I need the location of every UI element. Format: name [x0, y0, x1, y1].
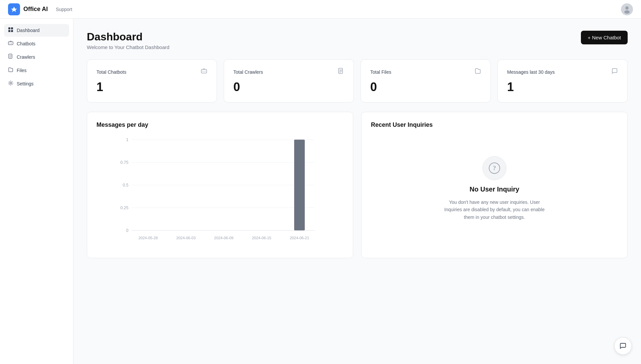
svg-text:?: ? — [493, 165, 496, 171]
svg-rect-6 — [8, 42, 13, 45]
logo-icon — [8, 3, 20, 15]
sidebar-item-settings-label: Settings — [17, 81, 34, 86]
stat-value-files: 0 — [370, 80, 481, 94]
sidebar-item-chatbots-label: Chatbots — [17, 41, 35, 46]
files-icon — [8, 67, 13, 74]
chart-panel: Messages per day 1 0.75 0.5 0.25 0 — [87, 112, 353, 258]
stat-card-chatbots-header: Total Chatbots — [96, 68, 207, 76]
svg-point-8 — [11, 43, 12, 44]
svg-text:0.5: 0.5 — [123, 183, 128, 188]
svg-text:2024-06-15: 2024-06-15 — [252, 236, 271, 240]
stat-label-messages: Messages last 30 days — [507, 69, 555, 75]
chatbots-icon — [8, 40, 13, 47]
sidebar-item-chatbots[interactable]: Chatbots — [4, 37, 69, 50]
svg-point-10 — [10, 82, 12, 84]
sidebar-item-crawlers[interactable]: Crawlers — [4, 51, 69, 63]
app-name: Office AI — [23, 6, 48, 13]
stat-card-messages-header: Messages last 30 days — [507, 68, 618, 76]
sidebar-item-dashboard-label: Dashboard — [17, 28, 40, 33]
svg-point-7 — [10, 43, 10, 44]
page-title-group: Dashboard Welcome to Your Chatbot Dashbo… — [87, 31, 169, 50]
svg-text:2024-06-09: 2024-06-09 — [214, 236, 233, 240]
svg-point-12 — [203, 71, 203, 71]
stat-label-chatbots: Total Chatbots — [96, 69, 127, 75]
svg-text:1: 1 — [126, 137, 129, 142]
stat-value-messages: 1 — [507, 80, 618, 94]
inquiry-empty-state: ? No User Inquiry You don't have any new… — [371, 135, 618, 242]
sidebar: Dashboard Chatbots Crawlers Files Settin… — [0, 19, 73, 364]
chart-title: Messages per day — [96, 121, 344, 128]
stat-icon-messages — [611, 68, 618, 76]
topnav: Office AI Support — [0, 0, 641, 19]
stat-card-chatbots: Total Chatbots 1 — [87, 59, 217, 102]
svg-text:0: 0 — [126, 228, 129, 233]
svg-text:2024-06-21: 2024-06-21 — [290, 236, 309, 240]
svg-text:0.25: 0.25 — [120, 206, 128, 210]
page-title: Dashboard — [87, 31, 169, 43]
stat-card-files-header: Total Files — [370, 68, 481, 76]
svg-text:2024-05-28: 2024-05-28 — [139, 236, 158, 240]
svg-point-13 — [205, 71, 205, 71]
new-chatbot-button[interactable]: + New Chatbot — [581, 31, 628, 44]
settings-icon — [8, 80, 13, 87]
stat-card-crawlers-header: Total Crawlers — [233, 68, 344, 76]
inquiries-panel: Recent User Inquiries ? No User Inquiry … — [361, 112, 628, 258]
layout: Dashboard Chatbots Crawlers Files Settin… — [0, 0, 641, 364]
crawlers-icon — [8, 54, 13, 60]
stat-icon-files — [474, 68, 481, 76]
chart-area: 1 0.75 0.5 0.25 0 2024-05-28 2024-0 — [96, 135, 344, 249]
main-content: Dashboard Welcome to Your Chatbot Dashbo… — [73, 19, 641, 364]
sidebar-item-files-label: Files — [17, 68, 27, 73]
inquiries-title: Recent User Inquiries — [371, 121, 618, 128]
svg-text:0.75: 0.75 — [120, 160, 128, 165]
chart-svg: 1 0.75 0.5 0.25 0 2024-05-28 2024-0 — [96, 135, 344, 249]
stat-cards: Total Chatbots 1 Total Crawlers 0 — [87, 59, 628, 102]
stat-card-messages: Messages last 30 days 1 — [497, 59, 628, 102]
svg-rect-3 — [11, 27, 13, 29]
user-avatar[interactable] — [621, 3, 633, 15]
inquiry-empty-title: No User Inquiry — [470, 186, 519, 193]
support-link[interactable]: Support — [56, 7, 72, 12]
dashboard-icon — [8, 27, 13, 34]
stat-card-files: Total Files 0 — [361, 59, 491, 102]
svg-point-0 — [625, 6, 629, 10]
svg-rect-4 — [8, 30, 10, 32]
stat-value-chatbots: 1 — [96, 80, 207, 94]
inquiry-empty-desc: You don't have any new user inquiries. U… — [441, 199, 548, 221]
bottom-panels: Messages per day 1 0.75 0.5 0.25 0 — [87, 112, 628, 258]
page-subtitle: Welcome to Your Chatbot Dashboard — [87, 44, 169, 50]
sidebar-item-dashboard[interactable]: Dashboard — [4, 24, 69, 37]
stat-card-crawlers: Total Crawlers 0 — [224, 59, 354, 102]
stat-icon-chatbots — [201, 68, 207, 76]
stat-icon-crawlers — [338, 68, 344, 76]
app-logo[interactable]: Office AI — [8, 3, 48, 15]
svg-rect-5 — [11, 30, 13, 32]
svg-rect-30 — [294, 140, 305, 231]
sidebar-item-crawlers-label: Crawlers — [17, 54, 35, 60]
svg-rect-2 — [8, 27, 10, 29]
svg-text:2024-06-03: 2024-06-03 — [176, 236, 196, 240]
page-header: Dashboard Welcome to Your Chatbot Dashbo… — [87, 31, 628, 50]
svg-rect-11 — [201, 69, 207, 73]
chat-fab-button[interactable] — [614, 337, 632, 355]
svg-point-1 — [624, 10, 630, 14]
inquiry-empty-icon: ? — [482, 156, 506, 180]
stat-value-crawlers: 0 — [233, 80, 344, 94]
sidebar-item-settings[interactable]: Settings — [4, 77, 69, 90]
stat-label-files: Total Files — [370, 69, 391, 75]
stat-label-crawlers: Total Crawlers — [233, 69, 263, 75]
sidebar-item-files[interactable]: Files — [4, 64, 69, 77]
